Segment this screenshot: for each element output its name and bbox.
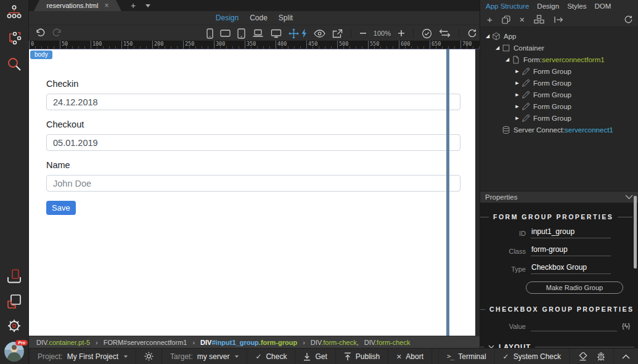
preview-eye-icon[interactable]	[314, 30, 325, 38]
checkin-input[interactable]	[46, 94, 460, 110]
zoom-in-icon[interactable]	[398, 30, 405, 37]
breadcrumb-item[interactable]: DIV.container.pt-5	[36, 339, 90, 346]
file-tab-active[interactable]: reservations.html ×	[34, 0, 121, 11]
bug-icon[interactable]	[597, 352, 605, 361]
validate-icon[interactable]	[422, 28, 432, 39]
properties-header[interactable]: Properties	[480, 191, 638, 203]
design-canvas[interactable]: body CheckinCheckoutNameSave	[29, 49, 475, 336]
laptop-view-icon[interactable]	[252, 29, 264, 38]
tree-item-form-serverconnectform1[interactable]: ◢Form: serverconnectform1	[480, 54, 638, 65]
tree-collapsed-arrow-icon[interactable]: ▶	[513, 116, 521, 121]
id-label: ID	[480, 230, 526, 238]
tree-item-container[interactable]: ◢Container	[480, 42, 638, 54]
app-structure-icon[interactable]	[6, 4, 23, 21]
ruler-tick: 650	[430, 41, 441, 49]
components-icon[interactable]	[534, 15, 544, 24]
publish-devices-icon[interactable]	[6, 268, 23, 285]
class-input[interactable]: form-group	[531, 245, 611, 256]
type-input[interactable]: Checkbox Group	[531, 263, 611, 274]
tree-item-form-group[interactable]: ▶Form Group	[480, 77, 638, 89]
save-button[interactable]: Save	[46, 201, 76, 215]
tree-item-app[interactable]: ◢App	[480, 30, 638, 42]
redo-icon[interactable]	[52, 28, 62, 38]
tree-item-form-group[interactable]: ▶Form Group	[480, 65, 638, 77]
tree-expanded-arrow-icon[interactable]: ◢	[484, 33, 491, 39]
tablet-portrait-view-icon[interactable]	[237, 28, 245, 39]
tree-item-server-connect-serverconnect1[interactable]: Server Connect: serverconnect1	[480, 124, 638, 135]
tree-item-form-group[interactable]: ▶Form Group	[480, 112, 638, 124]
inspect-icon[interactable]	[301, 28, 307, 38]
data-binding-icon[interactable]: {ϟ}	[622, 322, 630, 331]
view-mode-split[interactable]: Split	[279, 14, 293, 22]
add-element-icon[interactable]: +	[487, 14, 493, 25]
close-tab-icon[interactable]: ×	[104, 1, 108, 10]
publish-button[interactable]: Publish	[336, 349, 388, 364]
tree-collapsed-arrow-icon[interactable]: ▶	[513, 92, 521, 97]
project-selector[interactable]: Project: My First Project	[29, 349, 136, 364]
system-check-button[interactable]: ✓ System Check	[495, 349, 570, 364]
user-avatar[interactable]: Pro	[4, 342, 24, 362]
id-input[interactable]: input1_group	[531, 227, 611, 238]
desktop-view-icon[interactable]	[271, 29, 282, 38]
workflow-icon[interactable]	[6, 30, 23, 47]
abort-button[interactable]: × Abort	[388, 349, 432, 364]
panel-tab-dom[interactable]: DOM	[594, 2, 611, 10]
view-mode-code[interactable]: Code	[250, 14, 268, 22]
tree-collapsed-arrow-icon[interactable]: ▶	[513, 81, 521, 86]
tree-collapsed-arrow-icon[interactable]: ▶	[513, 104, 521, 109]
zoom-out-icon[interactable]	[359, 30, 367, 37]
phone-view-icon[interactable]	[207, 28, 213, 39]
body-tag-badge[interactable]: body	[30, 51, 52, 59]
get-button[interactable]: Get	[295, 349, 335, 364]
responsive-resize-icon[interactable]	[288, 28, 299, 39]
check-button[interactable]: ✓ Check	[247, 349, 295, 364]
sync-swap-icon[interactable]	[439, 29, 451, 38]
collapse-statusbar-button[interactable]	[614, 349, 638, 364]
open-in-browser-icon[interactable]	[332, 29, 343, 38]
breadcrumb-part: ,	[357, 339, 359, 346]
project-settings-button[interactable]	[136, 349, 162, 364]
tree-expanded-arrow-icon[interactable]: ◢	[494, 45, 501, 51]
settings-icon[interactable]	[6, 317, 23, 334]
breadcrumb-part: FORM#serverconnectform1	[104, 339, 187, 346]
move-into-icon[interactable]	[554, 16, 563, 23]
app-structure-tree: ◢App◢Container◢Form: serverconnectform1▶…	[480, 27, 638, 191]
name-input[interactable]	[46, 175, 460, 192]
breadcrumb-item[interactable]: DIV.form-check	[364, 339, 411, 346]
view-mode-design[interactable]: Design	[216, 14, 239, 22]
delete-element-icon[interactable]: ×	[520, 15, 525, 25]
breadcrumb-item[interactable]: FORM#serverconnectform1	[104, 339, 187, 346]
breadcrumb-separator: ›	[96, 339, 98, 346]
search-icon[interactable]	[6, 55, 23, 73]
undo-icon[interactable]	[35, 28, 46, 38]
tab-list-dropdown[interactable]	[141, 0, 155, 11]
tree-expanded-arrow-icon[interactable]: ◢	[504, 57, 511, 62]
tree-item-form-group[interactable]: ▶Form Group	[480, 89, 638, 100]
terminal-button[interactable]: >_ Terminal	[438, 349, 495, 364]
panel-tab-styles[interactable]: Styles	[567, 2, 586, 10]
breadcrumb-part: #input1_group	[211, 339, 258, 346]
panel-tab-app-structure[interactable]: App Structure	[486, 2, 529, 10]
tree-item-label: Form Group	[533, 103, 571, 110]
breadcrumb-item[interactable]: DIV.form-check,	[311, 339, 359, 346]
refresh-icon[interactable]	[467, 28, 477, 38]
canvas-scrollbar[interactable]	[446, 49, 449, 336]
eraser-icon[interactable]	[578, 352, 588, 361]
refresh-structure-icon[interactable]	[624, 15, 633, 24]
panel-tab-design[interactable]: Design	[537, 2, 559, 10]
tablet-landscape-view-icon[interactable]	[220, 30, 231, 37]
properties-scrollbar[interactable]	[634, 196, 637, 269]
target-selector[interactable]: Target: my server	[162, 349, 247, 364]
tree-item-form-group[interactable]: ▶Form Group	[480, 100, 638, 112]
make-radio-group-button[interactable]: Make Radio Group	[526, 281, 623, 294]
zoom-level[interactable]: 100%	[374, 30, 391, 37]
breadcrumb-item[interactable]: DIV#input1_group.form-group	[200, 339, 297, 346]
new-tab-button[interactable]: +	[125, 0, 141, 11]
checkout-input[interactable]	[46, 134, 460, 151]
copy-element-icon[interactable]	[502, 15, 510, 24]
tree-collapsed-arrow-icon[interactable]: ▶	[513, 69, 521, 74]
database-icon	[502, 126, 510, 134]
extensions-icon[interactable]	[6, 293, 23, 310]
value-input[interactable]	[531, 321, 617, 331]
breadcrumb-part: DIV	[200, 339, 211, 346]
